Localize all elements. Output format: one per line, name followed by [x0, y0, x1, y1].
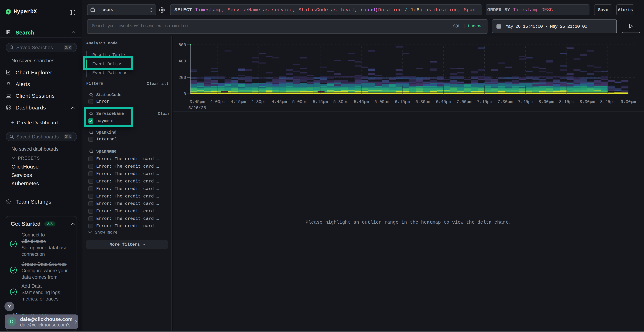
svg-text:4:15pm: 4:15pm: [230, 100, 246, 104]
svg-text:5/26/25: 5/26/25: [188, 106, 206, 110]
svg-text:4:00pm: 4:00pm: [210, 100, 225, 104]
svg-text:7:00pm: 7:00pm: [456, 100, 472, 104]
svg-text:5:30pm: 5:30pm: [333, 100, 348, 104]
svg-text:7:15pm: 7:15pm: [477, 100, 492, 104]
svg-text:4:30pm: 4:30pm: [251, 100, 266, 104]
svg-text:6:15pm: 6:15pm: [395, 100, 410, 104]
svg-text:7:45pm: 7:45pm: [518, 100, 533, 104]
svg-text:5:15pm: 5:15pm: [313, 100, 328, 104]
svg-text:8:30pm: 8:30pm: [580, 100, 595, 104]
svg-text:0: 0: [184, 92, 186, 96]
svg-text:5:45pm: 5:45pm: [354, 100, 369, 104]
svg-text:6:30pm: 6:30pm: [416, 100, 430, 104]
svg-text:200: 200: [178, 75, 186, 80]
svg-text:5:00pm: 5:00pm: [292, 100, 307, 104]
svg-text:8:45pm: 8:45pm: [600, 100, 616, 104]
svg-text:4:45pm: 4:45pm: [272, 100, 287, 104]
svg-text:6:45pm: 6:45pm: [436, 100, 451, 104]
svg-text:8:00pm: 8:00pm: [538, 100, 554, 104]
svg-text:9:00pm: 9:00pm: [620, 100, 636, 104]
svg-text:8:15pm: 8:15pm: [559, 100, 574, 104]
svg-text:400: 400: [178, 59, 186, 64]
svg-text:6:00pm: 6:00pm: [374, 100, 390, 104]
svg-text:7:30pm: 7:30pm: [498, 100, 513, 104]
svg-text:600: 600: [178, 42, 186, 48]
svg-text:3:45pm: 3:45pm: [190, 100, 205, 104]
